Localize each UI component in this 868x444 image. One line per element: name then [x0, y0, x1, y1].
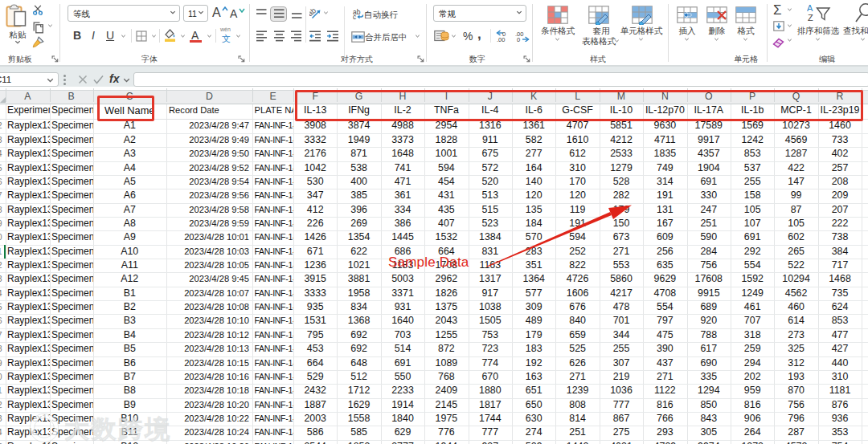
svg-text:0: 0	[517, 36, 520, 43]
svg-text:大数跨境: 大数跨境	[64, 415, 172, 443]
svg-text:A: A	[807, 3, 813, 13]
svg-text:.00: .00	[497, 36, 505, 43]
svg-text:Z: Z	[808, 13, 813, 22]
